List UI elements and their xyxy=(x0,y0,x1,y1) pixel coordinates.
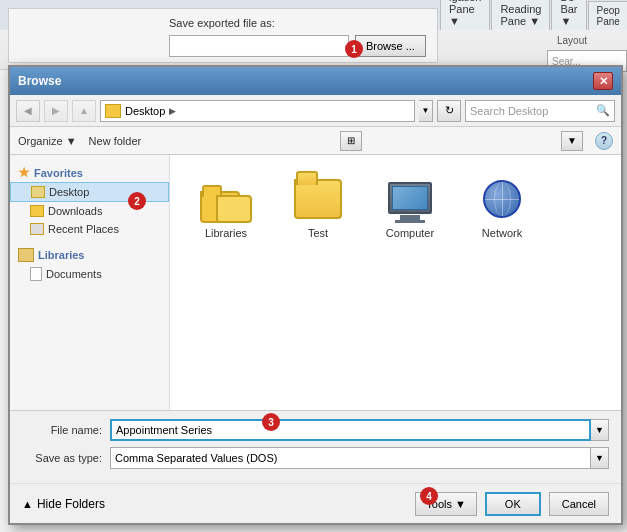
ok-button[interactable]: OK xyxy=(485,492,541,516)
lib-folder-front xyxy=(216,195,252,223)
ribbon-layout-section: Layout xyxy=(557,35,587,46)
view-dropdown-button[interactable]: ▼ xyxy=(561,131,583,151)
libraries-icon-sm xyxy=(18,248,34,262)
dialog-filename-section: File name: ▼ Save as type: ▼ xyxy=(10,410,621,483)
downloads-folder-icon xyxy=(30,205,44,217)
libraries-label: Libraries xyxy=(38,249,84,261)
dialog-footer: ▲ Hide Folders Tools ▼ OK Cancel xyxy=(10,483,621,523)
computer-file-label: Computer xyxy=(386,227,434,239)
sidebar-item-recent[interactable]: Recent Places xyxy=(10,220,169,238)
browse-dialog: Browse ✕ ◀ ▶ ▲ Desktop ▶ ▼ ↻ Search Desk… xyxy=(8,65,623,525)
monitor-base xyxy=(395,220,425,223)
filename-row: File name: ▼ xyxy=(22,419,609,441)
browse-button[interactable]: Browse ... xyxy=(355,35,426,57)
up-button[interactable]: ▲ xyxy=(72,100,96,122)
favorites-label: Favorites xyxy=(34,167,83,179)
back-button[interactable]: ◀ xyxy=(16,100,40,122)
file-area: Libraries Test xyxy=(170,155,621,410)
network-icon-large xyxy=(476,175,528,223)
address-dropdown-button[interactable]: ▼ xyxy=(419,100,433,122)
address-bar[interactable]: Desktop ▶ xyxy=(100,100,415,122)
address-text: Desktop xyxy=(125,105,165,117)
address-folder-icon xyxy=(105,104,121,118)
dialog-close-button[interactable]: ✕ xyxy=(593,72,613,90)
refresh-button[interactable]: ↻ xyxy=(437,100,461,122)
monitor-screen xyxy=(392,186,428,210)
star-icon: ★ xyxy=(18,165,30,180)
ribbon-tab-navigation[interactable]: igationPane ▼ xyxy=(440,0,490,30)
filename-input-wrap: ▼ xyxy=(110,419,609,441)
filename-input[interactable] xyxy=(110,419,591,441)
file-item-libraries[interactable]: Libraries xyxy=(186,171,266,243)
forward-button[interactable]: ▶ xyxy=(44,100,68,122)
monitor-body xyxy=(388,182,432,214)
help-button[interactable]: ? xyxy=(595,132,613,150)
globe-ellipse xyxy=(494,182,511,216)
cancel-button[interactable]: Cancel xyxy=(549,492,609,516)
search-box[interactable]: Search Desktop 🔍 xyxy=(465,100,615,122)
file-item-test[interactable]: Test xyxy=(278,171,358,243)
sidebar-item-documents[interactable]: Documents xyxy=(10,264,169,284)
file-sidebar: ★ Favorites Desktop 2 Downloads Rece xyxy=(10,155,170,410)
hide-folders-label: Hide Folders xyxy=(37,497,105,511)
file-item-computer[interactable]: Computer xyxy=(370,171,450,243)
dialog-main: ★ Favorites Desktop 2 Downloads Rece xyxy=(10,155,621,410)
globe-circle xyxy=(483,180,521,218)
saveas-row: Save as type: ▼ xyxy=(22,447,609,469)
downloads-label: Downloads xyxy=(48,205,102,217)
ribbon-tab-people[interactable]: PeopPane xyxy=(588,1,627,30)
step-badge-3: 3 xyxy=(262,413,280,431)
step-badge-4: 4 xyxy=(420,487,438,505)
saveas-input[interactable] xyxy=(110,447,591,469)
organize-button[interactable]: Organize ▼ xyxy=(18,135,77,147)
desktop-label: Desktop xyxy=(49,186,89,198)
desktop-folder-icon xyxy=(31,186,45,198)
filename-dropdown-button[interactable]: ▼ xyxy=(591,419,609,441)
ribbon-tab-reading[interactable]: ReadingPane ▼ xyxy=(491,0,550,30)
recent-label: Recent Places xyxy=(48,223,119,235)
view-mode-button[interactable]: ⊞ xyxy=(340,131,362,151)
search-icon: 🔍 xyxy=(596,104,610,117)
export-panel: Save exported file as: Browse ... xyxy=(8,8,438,63)
export-save-label: Save exported file as: xyxy=(169,17,275,29)
export-file-input[interactable] xyxy=(169,35,349,57)
test-icon-large xyxy=(292,175,344,223)
filename-label: File name: xyxy=(22,424,102,436)
address-chevron: ▶ xyxy=(169,106,176,116)
saveas-dropdown-button[interactable]: ▼ xyxy=(591,447,609,469)
computer-icon-large xyxy=(384,175,436,223)
libraries-icon-large xyxy=(200,175,252,223)
dialog-toolbar2: Organize ▼ New folder ⊞ ▼ ? xyxy=(10,127,621,155)
dialog-title: Browse xyxy=(18,74,61,88)
step-badge-1: 1 xyxy=(345,40,363,58)
dialog-titlebar: Browse ✕ xyxy=(10,67,621,95)
libraries-section: Libraries Documents xyxy=(10,246,169,284)
ribbon-tab-todo[interactable]: To-DoBar ▼ xyxy=(551,0,586,30)
libraries-folder-visual xyxy=(200,175,252,223)
saveas-input-wrap: ▼ xyxy=(110,447,609,469)
new-folder-button[interactable]: New folder xyxy=(89,135,142,147)
step-badge-2: 2 xyxy=(128,192,146,210)
tools-chevron-icon: ▼ xyxy=(455,498,466,510)
hide-folders-area[interactable]: ▲ Hide Folders xyxy=(22,497,105,511)
layout-label: Layout xyxy=(557,35,587,46)
file-item-network[interactable]: Network xyxy=(462,171,542,243)
chevron-up-icon: ▲ xyxy=(22,498,33,510)
network-file-label: Network xyxy=(482,227,522,239)
network-icon-visual xyxy=(476,175,528,223)
recent-folder-icon xyxy=(30,223,44,235)
saveas-label: Save as type: xyxy=(22,452,102,464)
dialog-address-toolbar: ◀ ▶ ▲ Desktop ▶ ▼ ↻ Search Desktop 🔍 xyxy=(10,95,621,127)
libraries-header[interactable]: Libraries xyxy=(10,246,169,264)
favorites-header[interactable]: ★ Favorites xyxy=(10,163,169,182)
test-file-label: Test xyxy=(308,227,328,239)
documents-icon-sm xyxy=(30,267,42,281)
search-text: Search Desktop xyxy=(470,105,596,117)
libraries-file-label: Libraries xyxy=(205,227,247,239)
favorites-section: ★ Favorites Desktop 2 Downloads Rece xyxy=(10,163,169,238)
computer-icon-visual xyxy=(384,175,436,223)
documents-label: Documents xyxy=(46,268,102,280)
test-folder-visual xyxy=(294,179,342,219)
